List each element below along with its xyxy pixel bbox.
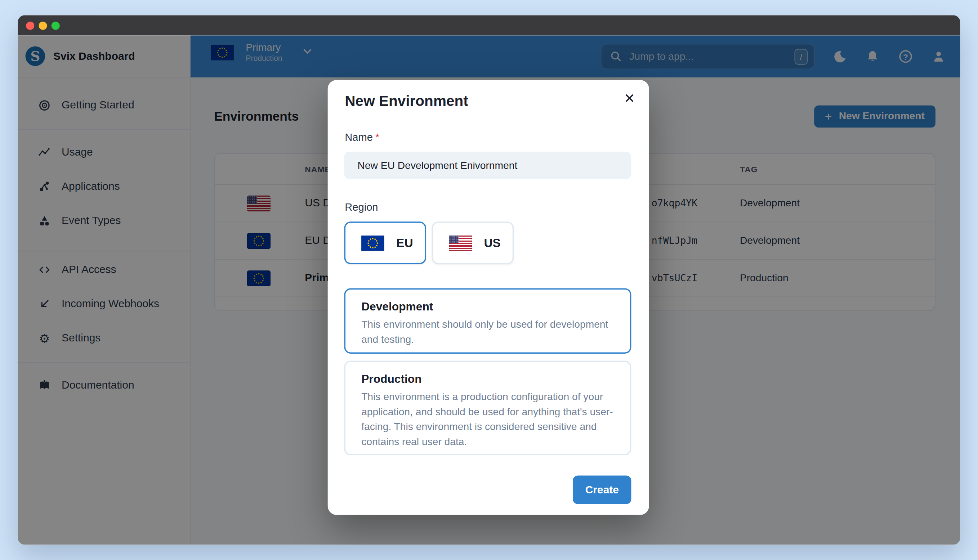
eu-flag-icon	[361, 235, 384, 250]
close-window-icon[interactable]	[26, 21, 34, 30]
region-option-us[interactable]: US	[432, 222, 514, 264]
name-label: Name*	[345, 132, 379, 143]
region-option-eu[interactable]: EU	[344, 222, 426, 264]
region-option-label: EU	[396, 236, 413, 250]
app-root: S Svix Dashboard Getting Started	[18, 36, 960, 545]
create-button[interactable]: Create	[573, 475, 631, 504]
region-option-label: US	[484, 236, 501, 250]
type-title: Development	[361, 298, 614, 315]
region-options: EU US	[344, 222, 514, 264]
minimize-window-icon[interactable]	[39, 21, 47, 30]
us-flag-icon	[449, 235, 472, 250]
required-asterisk: *	[375, 132, 379, 143]
close-icon[interactable]: ✕	[624, 92, 635, 105]
screen: S Svix Dashboard Getting Started	[0, 0, 978, 560]
zoom-window-icon[interactable]	[52, 21, 60, 30]
region-label: Region	[345, 201, 378, 213]
browser-window: S Svix Dashboard Getting Started	[18, 15, 960, 545]
modal-title: New Environment	[345, 93, 468, 110]
type-description: This environment is a production configu…	[361, 389, 614, 449]
new-environment-modal: New Environment ✕ Name* Region EU US	[328, 80, 649, 515]
type-description: This environment should only be used for…	[361, 317, 614, 347]
environment-type-development[interactable]: Development This environment should only…	[344, 288, 631, 353]
window-controls	[26, 21, 60, 30]
window-titlebar	[18, 15, 960, 35]
environment-name-input[interactable]	[344, 152, 631, 179]
environment-type-production[interactable]: Production This environment is a product…	[344, 360, 631, 455]
desktop-background: S Svix Dashboard Getting Started	[0, 0, 978, 560]
type-title: Production	[361, 371, 614, 387]
